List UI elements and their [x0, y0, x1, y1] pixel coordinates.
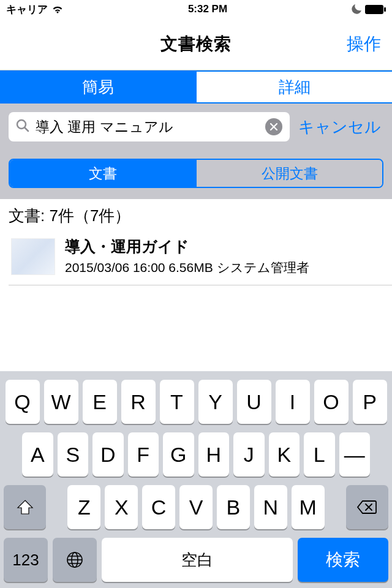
- key-m[interactable]: M: [292, 485, 325, 529]
- results-header: 文書: 7件（7件）: [0, 199, 392, 230]
- search-row: 導入 運用 マニュアル キャンセル: [9, 112, 383, 141]
- key-p[interactable]: P: [353, 380, 387, 424]
- space-key[interactable]: 空白: [102, 538, 293, 582]
- svg-rect-1: [384, 7, 386, 12]
- key-f[interactable]: F: [128, 432, 159, 477]
- document-thumbnail: [11, 238, 55, 275]
- key-x[interactable]: X: [105, 485, 138, 529]
- status-left: キャリア: [6, 2, 64, 17]
- status-right: [352, 4, 386, 14]
- key-b[interactable]: B: [217, 485, 250, 529]
- key-t[interactable]: T: [160, 380, 194, 424]
- key-j[interactable]: J: [233, 432, 265, 477]
- moon-icon: [352, 4, 361, 14]
- key-o[interactable]: O: [314, 380, 349, 424]
- wifi-icon: [51, 5, 64, 14]
- list-item[interactable]: 導入・運用ガイド 2015/03/06 16:00 6.56MB システム管理者: [0, 230, 392, 285]
- key-i[interactable]: I: [276, 380, 310, 424]
- key-n[interactable]: N: [254, 485, 287, 529]
- svg-line-3: [25, 128, 29, 132]
- globe-key[interactable]: [53, 538, 97, 582]
- search-box[interactable]: 導入 運用 マニュアル: [9, 112, 290, 141]
- key-q[interactable]: Q: [6, 380, 40, 424]
- key-u[interactable]: U: [237, 380, 271, 424]
- key-e[interactable]: E: [83, 380, 117, 424]
- nav-bar: 文書検索 操作: [0, 18, 392, 70]
- action-button[interactable]: 操作: [347, 32, 381, 56]
- page-title: 文書検索: [160, 32, 232, 56]
- keyboard-row-1: Q W E R T Y U I O P: [0, 380, 392, 432]
- carrier-label: キャリア: [6, 2, 48, 17]
- key-dash[interactable]: —: [339, 432, 371, 477]
- key-y[interactable]: Y: [198, 380, 233, 424]
- key-c[interactable]: C: [142, 485, 175, 529]
- number-key[interactable]: 123: [4, 538, 48, 582]
- key-w[interactable]: W: [44, 380, 78, 424]
- svg-rect-0: [365, 5, 383, 14]
- divider: [9, 285, 392, 285]
- keyboard-row-4: 123 空白 検索: [0, 538, 392, 588]
- result-title: 導入・運用ガイド: [65, 236, 309, 257]
- status-bar: キャリア 5:32 PM: [0, 0, 392, 18]
- result-meta: 2015/03/06 16:00 6.56MB システム管理者: [65, 259, 309, 276]
- cancel-button[interactable]: キャンセル: [296, 116, 383, 138]
- search-icon: [16, 119, 29, 135]
- key-l[interactable]: L: [304, 432, 335, 477]
- mode-segmented-control: 簡易 詳細: [0, 70, 392, 104]
- key-z[interactable]: Z: [67, 485, 100, 529]
- key-s[interactable]: S: [58, 432, 89, 477]
- scope-public-doc[interactable]: 公開文書: [195, 160, 382, 187]
- search-area: 導入 運用 マニュアル キャンセル 文書 公開文書: [0, 104, 392, 199]
- key-g[interactable]: G: [163, 432, 194, 477]
- keyboard: Q W E R T Y U I O P A S D F G H J K L — …: [0, 371, 392, 588]
- battery-icon: [365, 5, 386, 14]
- search-input[interactable]: 導入 運用 マニュアル: [36, 118, 259, 137]
- status-time: 5:32 PM: [188, 3, 227, 15]
- shift-key[interactable]: [4, 485, 46, 529]
- backspace-key[interactable]: [346, 485, 388, 529]
- key-k[interactable]: K: [269, 432, 300, 477]
- key-h[interactable]: H: [198, 432, 230, 477]
- result-text: 導入・運用ガイド 2015/03/06 16:00 6.56MB システム管理者: [65, 236, 309, 276]
- clear-icon[interactable]: [265, 118, 282, 135]
- return-key[interactable]: 検索: [298, 538, 388, 582]
- scope-doc[interactable]: 文書: [10, 160, 195, 187]
- key-d[interactable]: D: [92, 432, 124, 477]
- key-r[interactable]: R: [121, 380, 156, 424]
- keyboard-row-2: A S D F G H J K L —: [0, 432, 392, 485]
- scope-segmented-control: 文書 公開文書: [9, 159, 383, 188]
- keyboard-row-3: Z X C V B N M: [0, 485, 392, 538]
- key-a[interactable]: A: [22, 432, 53, 477]
- tab-detail[interactable]: 詳細: [195, 72, 392, 102]
- key-v[interactable]: V: [179, 485, 213, 529]
- tab-simple[interactable]: 簡易: [0, 72, 195, 102]
